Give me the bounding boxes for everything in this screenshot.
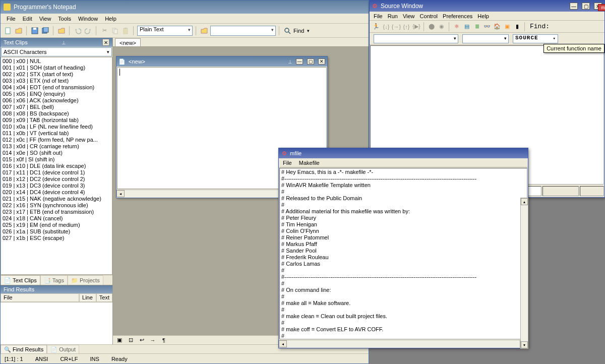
step-over-icon[interactable]: {→} bbox=[392, 22, 401, 31]
list-item[interactable]: 016 | x10 | DLE (data link escape) bbox=[3, 163, 110, 169]
list-item[interactable]: 012 | x0c | FF (form feed, NP new pa... bbox=[3, 137, 110, 143]
ascii-category-select[interactable]: ASCII Characters bbox=[1, 47, 112, 56]
mfile-hscroll[interactable]: ◂ ▸ bbox=[279, 340, 528, 348]
find-icon[interactable] bbox=[283, 26, 292, 35]
maximize-icon[interactable]: ▢ bbox=[307, 58, 314, 65]
menu-view[interactable]: View bbox=[39, 16, 51, 22]
ascii-character-list[interactable]: 000 | x00 | NUL001 | x01 | SOH (start of… bbox=[1, 57, 112, 275]
mfile-text-view[interactable]: # Hey Emacs, this is a -*- makefile -*-#… bbox=[279, 168, 527, 339]
console-icon[interactable]: ▮ bbox=[513, 22, 522, 31]
list-item[interactable]: 019 | x13 | DC3 (device control 3) bbox=[3, 183, 110, 189]
undo-icon[interactable] bbox=[73, 26, 82, 35]
scroll-left-icon[interactable]: ◂ bbox=[116, 190, 125, 197]
src-menu-control[interactable]: Control bbox=[420, 13, 438, 19]
new-file-icon[interactable] bbox=[4, 26, 13, 35]
src-file-select[interactable] bbox=[374, 34, 458, 43]
tab-tags[interactable]: 📑Tags bbox=[40, 275, 68, 285]
find-col-file[interactable]: File bbox=[1, 293, 79, 302]
list-item[interactable]: 004 | x04 | EOT (end of transmission) bbox=[3, 84, 110, 91]
find-col-line[interactable]: Line bbox=[79, 293, 96, 302]
src-titlebar[interactable]: ⚙ Source Window — ▢ ✕ bbox=[370, 1, 604, 12]
menu-window[interactable]: Window bbox=[78, 16, 98, 22]
list-item[interactable]: 024 | x18 | CAN (cancel) bbox=[3, 215, 110, 222]
src-menu-view[interactable]: View bbox=[403, 13, 415, 19]
scheme-select[interactable] bbox=[210, 26, 276, 36]
list-item[interactable]: 003 | x03 | ETX (nd of text) bbox=[3, 78, 110, 84]
list-item[interactable]: 008 | x08 | BS (backspace) bbox=[3, 110, 110, 117]
background-vscroll[interactable]: ▴ ▾ bbox=[520, 198, 528, 349]
breakpoints-icon[interactable]: ▣ bbox=[503, 22, 512, 31]
scroll-down-icon[interactable]: ▾ bbox=[521, 341, 528, 348]
document-tab-new[interactable]: <new> bbox=[115, 38, 141, 46]
find-dropdown-icon[interactable]: ▾ bbox=[307, 28, 310, 33]
find-results-body[interactable] bbox=[1, 302, 112, 344]
list-item[interactable]: 022 | x16 | SYN (synchronous idle) bbox=[3, 202, 110, 209]
cut-icon[interactable]: ✂ bbox=[100, 26, 109, 35]
registers-icon[interactable]: ⚛ bbox=[452, 22, 461, 31]
list-item[interactable]: 001 | x01 | SOH (start of heading) bbox=[3, 65, 110, 71]
list-item[interactable]: 025 | x19 | EM (end of medium) bbox=[3, 222, 110, 228]
list-item[interactable]: 011 | x0b | VT (vertical tab) bbox=[3, 130, 110, 137]
minimize-icon[interactable]: — bbox=[570, 3, 578, 10]
src-menu-file[interactable]: File bbox=[374, 13, 383, 19]
list-item[interactable]: 002 | x02 | STX (start of text) bbox=[3, 71, 110, 78]
list-item[interactable]: 014 | x0e | SO (shift out) bbox=[3, 150, 110, 156]
list-item[interactable]: 006 | x06 | ACK (acknowledge) bbox=[3, 97, 110, 104]
tab-find-results[interactable]: 🔍Find Results bbox=[1, 345, 47, 353]
watch-icon[interactable]: 👓 bbox=[482, 22, 492, 31]
scroll-track[interactable] bbox=[521, 205, 528, 341]
paste-icon[interactable] bbox=[121, 26, 130, 35]
list-item[interactable]: 027 | x1b | ESC (escape) bbox=[3, 235, 110, 241]
open-folder-icon[interactable] bbox=[57, 26, 66, 35]
mfile-titlebar[interactable]: ⚙ mfile bbox=[279, 148, 528, 158]
wordwrap-icon[interactable]: ↩ bbox=[137, 336, 146, 345]
minimize-icon[interactable]: — bbox=[296, 58, 303, 65]
list-item[interactable]: 015 | x0f | SI (shift in) bbox=[3, 156, 110, 163]
copy-icon[interactable] bbox=[110, 26, 119, 35]
list-item[interactable]: 026 | x1a | SUB (substitute) bbox=[3, 228, 110, 235]
find-col-text[interactable]: Text bbox=[96, 293, 112, 302]
list-item[interactable]: 005 | x05 | ENQ (enquiry) bbox=[3, 91, 110, 97]
step-out-icon[interactable]: {↑} bbox=[402, 22, 411, 31]
project-folder-icon[interactable] bbox=[200, 26, 209, 35]
mfile-menu-makefile[interactable]: Makefile bbox=[299, 160, 320, 166]
watchpoint-icon[interactable]: ◉ bbox=[437, 22, 446, 31]
panel-pin-icon[interactable]: ⟂ bbox=[62, 39, 66, 45]
breakpoint-icon[interactable]: ⬤ bbox=[427, 22, 436, 31]
list-item[interactable]: 020 | x14 | DC4 (device control 4) bbox=[3, 189, 110, 196]
src-function-select[interactable] bbox=[462, 34, 509, 43]
redo-icon[interactable] bbox=[84, 26, 93, 35]
list-item[interactable]: 007 | x07 | BEL (bell) bbox=[3, 104, 110, 110]
editor-child-titlebar[interactable]: 📄 <new> ⟂ — ▢ ✕ bbox=[116, 56, 327, 67]
pn-titlebar[interactable]: Programmer's Notepad bbox=[1, 1, 369, 14]
list-item[interactable]: 013 | x0d | CR (carriage return) bbox=[3, 143, 110, 150]
list-item[interactable]: 009 | x09 | TAB (horizontal tab) bbox=[3, 117, 110, 124]
close-icon[interactable]: ✕ bbox=[318, 58, 325, 65]
mfile-menu-file[interactable]: File bbox=[283, 160, 292, 166]
editor-pin-icon[interactable]: ⟂ bbox=[288, 58, 292, 65]
menu-help[interactable]: Help bbox=[105, 16, 116, 22]
linenum-icon[interactable]: → bbox=[148, 336, 157, 345]
stack-icon[interactable]: ≣ bbox=[472, 22, 481, 31]
locals-icon[interactable]: 🏠 bbox=[493, 22, 502, 31]
list-item[interactable]: 023 | x17 | ETB (end of transmission) bbox=[3, 209, 110, 215]
save-icon[interactable] bbox=[30, 26, 39, 35]
whitespace-icon[interactable]: ⊡ bbox=[126, 336, 135, 345]
menu-tools[interactable]: Tools bbox=[58, 16, 71, 22]
scroll-track[interactable] bbox=[287, 340, 520, 348]
step-icon[interactable]: {↓} bbox=[382, 22, 391, 31]
src-mode-select[interactable]: SOURCE bbox=[513, 34, 558, 43]
list-item[interactable]: 021 | x15 | NAK (negative acknowledge) bbox=[3, 196, 110, 202]
src-menu-help[interactable]: Help bbox=[477, 13, 489, 19]
panel-close-icon[interactable]: ✕ bbox=[102, 39, 109, 46]
list-item[interactable]: 010 | x0a | LF (NL new line/line feed) bbox=[3, 124, 110, 130]
tab-projects[interactable]: 📁Projects bbox=[68, 275, 103, 285]
tab-output[interactable]: 📄Output bbox=[47, 345, 79, 353]
maximize-icon[interactable]: ▢ bbox=[582, 3, 590, 10]
tab-textclips[interactable]: 📄Text Clips bbox=[1, 275, 40, 285]
save-all-icon[interactable] bbox=[41, 26, 50, 35]
list-item[interactable]: 000 | x00 | NUL bbox=[3, 58, 110, 65]
list-item[interactable]: 017 | x11 | DC1 (device control 1) bbox=[3, 169, 110, 176]
continue-icon[interactable]: {▶} bbox=[412, 22, 421, 31]
language-select[interactable]: Plain Text bbox=[137, 26, 193, 36]
